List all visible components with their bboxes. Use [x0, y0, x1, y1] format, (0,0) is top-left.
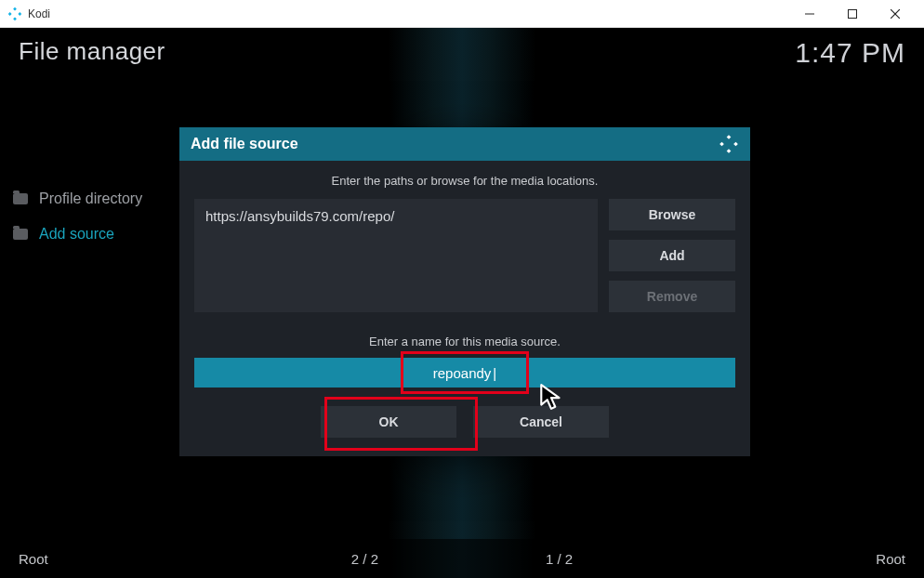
maximize-button[interactable] — [831, 0, 874, 28]
close-button[interactable] — [874, 0, 917, 28]
text-caret: | — [493, 365, 496, 381]
window-controls — [788, 0, 917, 28]
dialog-titlebar: Add file source — [179, 127, 750, 161]
sidebar-item-label: Profile directory — [39, 190, 142, 207]
footer-center: 2 / 2 1 / 2 — [0, 551, 924, 567]
app-surface: File manager 1:47 PM Profile directory A… — [0, 28, 924, 578]
footer-bar: Root 2 / 2 1 / 2 Root — [0, 539, 924, 578]
folder-icon — [13, 229, 28, 240]
add-button[interactable]: Add — [609, 240, 735, 271]
cancel-button[interactable]: Cancel — [473, 406, 609, 438]
svg-rect-3 — [13, 17, 17, 20]
kodi-logo-icon — [7, 7, 22, 21]
add-file-source-dialog: Add file source Enter the paths or brows… — [179, 127, 750, 456]
window-title: Kodi — [28, 7, 50, 20]
svg-rect-11 — [727, 149, 732, 153]
kodi-logo-icon — [719, 134, 739, 154]
source-name-value: repoandy — [433, 365, 492, 381]
sidebar-item-label: Add source — [39, 226, 114, 243]
svg-rect-10 — [733, 142, 738, 147]
name-input-wrap: repoandy| — [194, 358, 735, 388]
path-side-buttons: Browse Add Remove — [609, 199, 735, 312]
path-input[interactable]: https://ansybuilds79.com/repo/ — [194, 199, 598, 312]
clock: 1:47 PM — [795, 37, 905, 69]
page-title: File manager — [19, 37, 165, 66]
svg-rect-0 — [13, 7, 17, 10]
source-name-input[interactable]: repoandy| — [194, 358, 735, 388]
footer-left-label: Root — [19, 551, 48, 567]
svg-rect-1 — [8, 12, 12, 16]
dialog-action-row: OK Cancel — [194, 406, 735, 438]
footer-count-left: 2 / 2 — [351, 551, 378, 567]
footer-right-label: Root — [876, 551, 905, 567]
folder-icon — [13, 193, 28, 204]
path-hint-text: Enter the paths or browse for the media … — [194, 174, 735, 188]
svg-rect-2 — [18, 12, 21, 16]
browse-button[interactable]: Browse — [609, 199, 735, 230]
minimize-button[interactable] — [788, 0, 831, 28]
mouse-cursor-icon — [539, 383, 563, 411]
sidebar-item-add-source[interactable]: Add source — [13, 217, 142, 252]
footer-count-right: 1 / 2 — [546, 551, 573, 567]
remove-button[interactable]: Remove — [609, 281, 735, 312]
svg-rect-5 — [849, 9, 857, 18]
dialog-title: Add file source — [191, 136, 298, 152]
dialog-body: Enter the paths or browse for the media … — [179, 161, 750, 456]
ok-button[interactable]: OK — [321, 406, 456, 438]
window-titlebar: Kodi — [0, 0, 924, 28]
svg-rect-8 — [727, 135, 732, 139]
path-value: https://ansybuilds79.com/repo/ — [205, 208, 394, 224]
sidebar-item-profile-directory[interactable]: Profile directory — [13, 181, 142, 217]
name-hint-text: Enter a name for this media source. — [194, 335, 735, 348]
path-row: https://ansybuilds79.com/repo/ Browse Ad… — [194, 199, 735, 312]
left-source-list: Profile directory Add source — [13, 181, 142, 252]
svg-rect-9 — [719, 142, 724, 147]
app-header: File manager 1:47 PM — [19, 37, 905, 69]
